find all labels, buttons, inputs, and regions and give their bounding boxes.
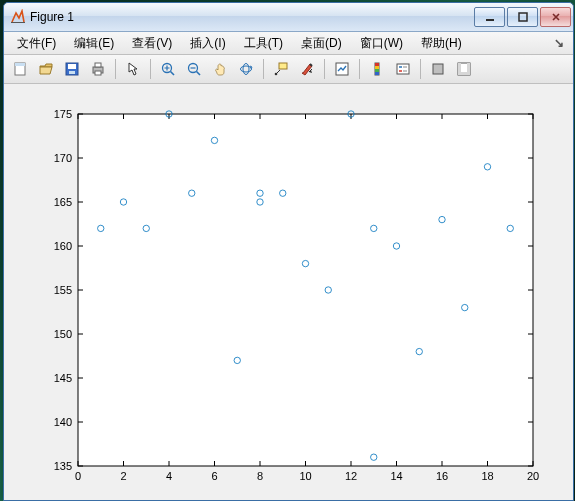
save-button[interactable]: [60, 57, 84, 81]
svg-text:20: 20: [527, 470, 539, 482]
svg-rect-35: [78, 114, 533, 466]
pan-button[interactable]: [208, 57, 232, 81]
svg-rect-34: [458, 72, 470, 75]
svg-text:18: 18: [481, 470, 493, 482]
svg-text:145: 145: [54, 372, 72, 384]
svg-text:140: 140: [54, 416, 72, 428]
svg-rect-0: [11, 22, 25, 23]
svg-rect-24: [375, 72, 379, 75]
new-figure-button[interactable]: [8, 57, 32, 81]
svg-line-14: [197, 72, 201, 76]
hide-plot-tools-button[interactable]: [426, 57, 450, 81]
svg-text:165: 165: [54, 196, 72, 208]
menu-tools[interactable]: 工具(T): [235, 32, 292, 55]
menu-window[interactable]: 窗口(W): [351, 32, 412, 55]
svg-text:6: 6: [211, 470, 217, 482]
svg-point-18: [275, 73, 278, 76]
edit-plot-arrow-button[interactable]: [121, 57, 145, 81]
svg-text:14: 14: [390, 470, 402, 482]
svg-text:16: 16: [436, 470, 448, 482]
show-plot-tools-button[interactable]: [452, 57, 476, 81]
minimize-button[interactable]: [474, 7, 505, 27]
svg-line-12: [171, 72, 175, 76]
menu-view[interactable]: 查看(V): [123, 32, 181, 55]
svg-text:0: 0: [75, 470, 81, 482]
svg-rect-4: [15, 63, 25, 66]
svg-rect-9: [95, 63, 101, 67]
dock-icon[interactable]: ↘: [551, 35, 567, 51]
svg-rect-22: [375, 66, 379, 69]
svg-rect-30: [433, 64, 443, 74]
matlab-figure-icon: [10, 9, 26, 25]
svg-rect-10: [95, 71, 101, 75]
svg-point-16: [243, 64, 249, 75]
rotate-3d-button[interactable]: [234, 57, 258, 81]
svg-text:10: 10: [299, 470, 311, 482]
svg-text:8: 8: [257, 470, 263, 482]
open-button[interactable]: [34, 57, 58, 81]
svg-text:175: 175: [54, 108, 72, 120]
svg-point-15: [241, 66, 252, 72]
zoom-in-button[interactable]: [156, 57, 180, 81]
svg-text:4: 4: [166, 470, 172, 482]
link-plot-button[interactable]: [330, 57, 354, 81]
insert-legend-button[interactable]: [391, 57, 415, 81]
axes-area[interactable]: 0246810121416182013514014515015516016517…: [4, 84, 573, 500]
maximize-button[interactable]: [507, 7, 538, 27]
svg-rect-6: [68, 64, 76, 69]
svg-text:2: 2: [120, 470, 126, 482]
svg-rect-23: [375, 69, 379, 72]
data-cursor-button[interactable]: [269, 57, 293, 81]
svg-rect-17: [279, 63, 287, 69]
menu-help[interactable]: 帮助(H): [412, 32, 471, 55]
close-button[interactable]: [540, 7, 571, 27]
menubar: 文件(F) 编辑(E) 查看(V) 插入(I) 工具(T) 桌面(D) 窗口(W…: [4, 32, 573, 55]
toolbar: [4, 55, 573, 84]
menu-edit[interactable]: 编辑(E): [65, 32, 123, 55]
print-button[interactable]: [86, 57, 110, 81]
svg-text:150: 150: [54, 328, 72, 340]
svg-text:155: 155: [54, 284, 72, 296]
svg-rect-7: [69, 71, 75, 74]
svg-rect-2: [519, 13, 527, 21]
svg-text:135: 135: [54, 460, 72, 472]
brush-button[interactable]: [295, 57, 319, 81]
zoom-out-button[interactable]: [182, 57, 206, 81]
menu-file[interactable]: 文件(F): [8, 32, 65, 55]
window-title: Figure 1: [30, 10, 474, 24]
scatter-chart: 0246810121416182013514014515015516016517…: [4, 84, 571, 501]
svg-text:12: 12: [345, 470, 357, 482]
menu-desktop[interactable]: 桌面(D): [292, 32, 351, 55]
svg-rect-1: [486, 19, 494, 21]
svg-rect-21: [375, 63, 379, 66]
insert-colorbar-button[interactable]: [365, 57, 389, 81]
svg-text:160: 160: [54, 240, 72, 252]
figure-window: Figure 1 文件(F) 编辑(E) 查看(V) 插入(I) 工具(T) 桌…: [3, 2, 574, 501]
svg-text:170: 170: [54, 152, 72, 164]
titlebar[interactable]: Figure 1: [4, 3, 573, 32]
menu-insert[interactable]: 插入(I): [181, 32, 234, 55]
svg-rect-25: [397, 64, 409, 74]
